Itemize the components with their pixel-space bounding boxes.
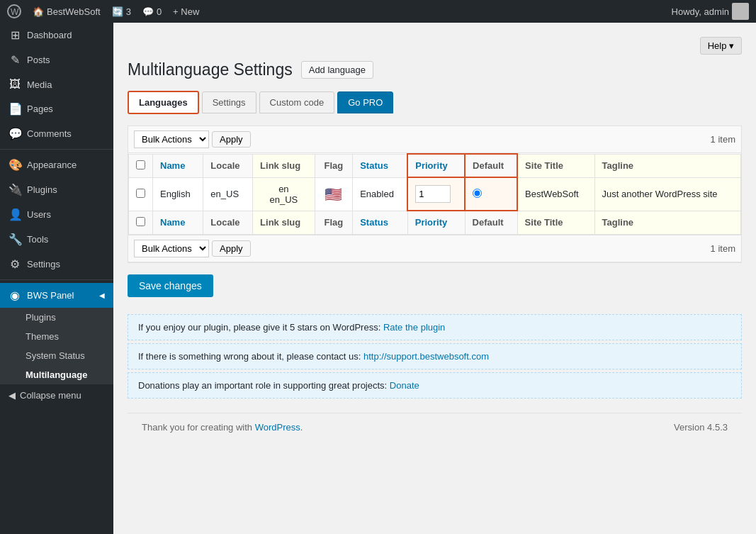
donate-link[interactable]: Donate [390, 380, 419, 391]
bulk-actions-select-bottom[interactable]: Bulk Actions [134, 240, 209, 257]
sidebar-item-tools[interactable]: 🔧 Tools [0, 227, 113, 252]
posts-icon: ✎ [9, 53, 21, 67]
pages-icon: 📄 [9, 102, 21, 116]
home-icon: 🏠 [33, 6, 44, 17]
info-boxes: If you enjoy our plugin, please give it … [128, 314, 742, 399]
sort-status-label[interactable]: Status [360, 160, 388, 171]
th-default: Default [465, 154, 517, 177]
th-link-slug: Link slug [253, 154, 315, 177]
submenu-item-themes[interactable]: Themes [0, 327, 113, 346]
th-footer-status: Status [353, 211, 408, 234]
chevron-right-icon: ◀ [99, 291, 105, 299]
select-all-checkbox-top[interactable] [136, 160, 145, 169]
tab-custom-code[interactable]: Custom code [259, 91, 335, 113]
th-footer-flag: Flag [315, 211, 353, 234]
sidebar-item-comments[interactable]: 💬 Comments [0, 121, 113, 146]
sidebar-item-users[interactable]: 👤 Users [0, 202, 113, 227]
languages-table-wrap: Bulk Actions Apply 1 item Name [128, 126, 742, 263]
bws-panel-icon: ◉ [9, 289, 21, 302]
th-name: Name [153, 154, 203, 177]
th-footer-name: Name [153, 211, 203, 234]
tablenav-bottom: Bulk Actions Apply 1 item [128, 235, 741, 262]
sort-name-label[interactable]: Name [160, 160, 185, 171]
comments-button[interactable]: 💬 0 [142, 6, 162, 17]
sidebar-item-settings[interactable]: ⚙ Settings [0, 252, 113, 277]
save-changes-button[interactable]: Save changes [128, 274, 213, 297]
default-radio[interactable] [473, 189, 482, 198]
appearance-icon: 🎨 [9, 158, 21, 172]
row-checkbox[interactable] [136, 189, 145, 198]
info-box-rate: If you enjoy our plugin, please give it … [128, 314, 742, 340]
main-content: Help ▾ Multilanguage Settings Add langua… [113, 23, 756, 534]
new-content-button[interactable]: + New [173, 6, 199, 17]
submenu-item-plugins[interactable]: Plugins [0, 308, 113, 327]
sidebar-item-dashboard[interactable]: ⊞ Dashboard [0, 23, 113, 48]
wordpress-link[interactable]: WordPress [255, 422, 300, 433]
dashboard-icon: ⊞ [9, 28, 21, 42]
comments-icon: 💬 [9, 127, 21, 140]
sidebar-item-pages[interactable]: 📄 Pages [0, 96, 113, 121]
tab-go-pro[interactable]: Go PRO [337, 91, 393, 113]
comments-icon: 💬 [142, 6, 154, 17]
apply-button-bottom[interactable]: Apply [212, 240, 251, 257]
th-locale: Locale [203, 154, 253, 177]
sidebar-item-media[interactable]: 🖼 Media [0, 72, 113, 96]
sidebar-item-bws-panel[interactable]: ◉ BWS Panel ◀ [0, 283, 113, 308]
sort-priority-label[interactable]: Priority [415, 160, 448, 171]
tools-icon: 🔧 [9, 233, 21, 246]
tabs: Languages Settings Custom code Go PRO [128, 91, 742, 114]
page-header: Multilanguage Settings Add language [128, 60, 742, 79]
collapse-menu-button[interactable]: ◀ Collapse menu [0, 384, 113, 406]
th-footer-checkbox [129, 211, 153, 234]
tablenav-top: Bulk Actions Apply 1 item [128, 126, 741, 153]
admin-bar: W 🏠 BestWebSoft 🔄 3 💬 0 + New Howdy, adm… [0, 0, 756, 23]
users-icon: 👤 [9, 208, 21, 221]
help-bar: Help ▾ [128, 37, 742, 55]
media-icon: 🖼 [9, 78, 21, 91]
th-footer-link-slug: Link slug [253, 211, 315, 234]
item-count-top: 1 item [711, 134, 735, 145]
rate-plugin-link[interactable]: Rate the plugin [383, 322, 445, 333]
row-link-slug-cell: enen_US [253, 177, 315, 211]
footer-version: Version 4.5.3 [674, 422, 728, 433]
help-button[interactable]: Help ▾ [700, 37, 742, 55]
th-site-title: Site Title [517, 154, 594, 177]
bulk-actions-select-top[interactable]: Bulk Actions [134, 130, 209, 148]
support-link[interactable]: http://support.bestwebsoft.com [363, 351, 489, 362]
row-site-title-cell: BestWebSoft [517, 177, 594, 211]
row-checkbox-cell [129, 177, 153, 211]
site-name-button[interactable]: 🏠 BestWebSoft [33, 6, 101, 17]
row-flag-cell: 🇺🇸 [315, 177, 353, 211]
submenu-item-system-status[interactable]: System Status [0, 346, 113, 365]
sort-status-footer[interactable]: Status [360, 217, 388, 228]
sidebar-item-posts[interactable]: ✎ Posts [0, 48, 113, 72]
row-tagline-cell: Just another WordPress site [594, 177, 740, 211]
sidebar-item-appearance[interactable]: 🎨 Appearance [0, 152, 113, 177]
priority-input[interactable] [415, 185, 451, 203]
th-footer-site-title: Site Title [517, 211, 594, 234]
row-locale-cell: en_US [203, 177, 253, 211]
info-box-support: If there is something wrong about it, pl… [128, 343, 742, 369]
updates-button[interactable]: 🔄 3 [112, 6, 131, 17]
row-status-cell: Enabled [353, 177, 408, 211]
tab-settings[interactable]: Settings [202, 91, 256, 113]
th-flag: Flag [315, 154, 353, 177]
select-all-checkbox-bottom[interactable] [136, 217, 145, 226]
table-row: English en_US enen_US 🇺🇸 Enabled [129, 177, 741, 211]
th-footer-locale: Locale [203, 211, 253, 234]
tab-languages[interactable]: Languages [128, 91, 199, 114]
link-slug-value: enen_US [269, 184, 298, 205]
item-count-bottom: 1 item [711, 243, 735, 254]
wp-logo-button[interactable]: W [7, 4, 21, 18]
flag-icon: 🇺🇸 [325, 187, 342, 202]
sidebar-item-plugins[interactable]: 🔌 Plugins [0, 177, 113, 202]
submenu-item-multilanguage[interactable]: Multilanguage [0, 365, 113, 384]
page-title: Multilanguage Settings [128, 60, 293, 79]
updates-icon: 🔄 [112, 6, 123, 17]
layout: ⊞ Dashboard ✎ Posts 🖼 Media 📄 Pages 💬 Co… [0, 23, 756, 534]
howdy-user[interactable]: Howdy, admin [672, 3, 749, 20]
sort-name-footer[interactable]: Name [160, 217, 185, 228]
apply-button-top[interactable]: Apply [212, 131, 251, 148]
footer: Thank you for creating with WordPress. V… [128, 413, 742, 441]
add-language-button[interactable]: Add language [301, 61, 373, 79]
